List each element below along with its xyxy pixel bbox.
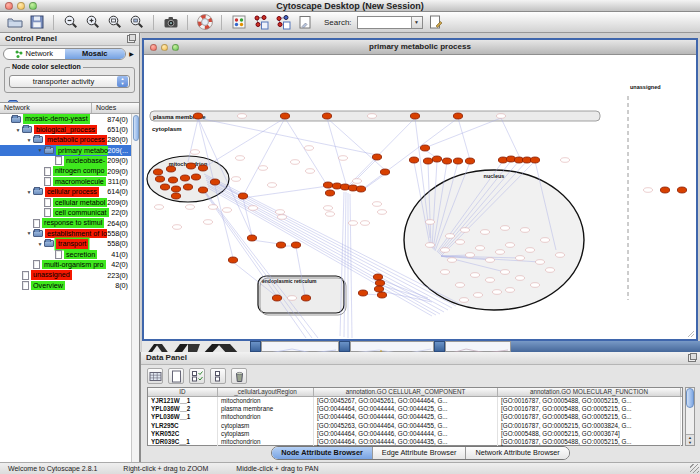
expand-arrow-icon[interactable]: ▼ bbox=[36, 147, 44, 153]
expand-arrow-icon[interactable]: ▼ bbox=[25, 137, 33, 143]
node-color-dropdown[interactable]: transporter activity ▲▼ bbox=[9, 75, 130, 88]
tree-row[interactable]: ▼primary metabo209(... bbox=[0, 145, 131, 155]
minimized-window-preview[interactable] bbox=[350, 341, 434, 352]
table-row[interactable]: YPL036W__1mitochondrion[GO:0044464, GO:0… bbox=[148, 413, 682, 421]
graph-node[interactable] bbox=[160, 184, 169, 190]
graph-node[interactable] bbox=[356, 186, 365, 192]
graph-node[interactable] bbox=[198, 187, 207, 193]
tree-row[interactable]: cell communicat22(0) bbox=[0, 208, 131, 218]
window-resize-grip[interactable] bbox=[690, 464, 699, 473]
table-scrollbar-thumb[interactable] bbox=[686, 388, 694, 408]
graph-node[interactable] bbox=[247, 235, 256, 241]
select-attributes-icon[interactable] bbox=[189, 368, 205, 384]
tree-row[interactable]: response to stimul264(0) bbox=[0, 218, 131, 228]
graph-node[interactable] bbox=[375, 280, 384, 286]
table-column-header[interactable]: annotation.GO CELLULAR_COMPONENT bbox=[314, 388, 498, 396]
tree-row[interactable]: ▼cellular process614(0) bbox=[0, 187, 131, 197]
tab-overflow-icon[interactable]: ▶ bbox=[127, 50, 136, 57]
tree-row[interactable]: multi-organism pro42(0) bbox=[0, 259, 131, 269]
graph-node[interactable] bbox=[323, 182, 332, 188]
search-input[interactable]: ▼ bbox=[357, 16, 423, 29]
tree-row[interactable]: mosaic-demo-yeast874(0) bbox=[0, 114, 131, 124]
table-row[interactable]: YDR039C__1mitochondrion[GO:0044464, GO:0… bbox=[148, 438, 682, 446]
graph-node[interactable] bbox=[191, 174, 200, 180]
graph-node[interactable] bbox=[453, 158, 462, 164]
tree-row[interactable]: secretion41(0) bbox=[0, 249, 131, 259]
table-row[interactable]: YLR295Ccytoplasm[GO:0045263, GO:0044464,… bbox=[148, 422, 682, 430]
table-row[interactable]: YJR121W__1mitochondrion[GO:0045267, GO:0… bbox=[148, 397, 682, 405]
minimized-window-titlebar[interactable] bbox=[434, 341, 445, 352]
attribute-table[interactable]: ID_cellularLayoutRegionannotation.GO CEL… bbox=[147, 387, 683, 446]
tree-row[interactable]: nitrogen compo209(0) bbox=[0, 166, 131, 176]
minimized-window-preview[interactable] bbox=[261, 341, 339, 352]
minimized-window-preview[interactable] bbox=[445, 341, 511, 352]
graph-node[interactable] bbox=[374, 286, 383, 292]
graph-node[interactable] bbox=[453, 113, 462, 119]
zoom-selected-icon[interactable] bbox=[106, 14, 123, 31]
minimized-window-titlebar[interactable] bbox=[511, 341, 700, 352]
graph-node[interactable] bbox=[280, 113, 289, 119]
graph-node[interactable] bbox=[272, 295, 281, 301]
zoom-fit-icon[interactable] bbox=[128, 14, 145, 31]
graph-node[interactable] bbox=[238, 193, 247, 199]
chevron-down-icon[interactable]: ▼ bbox=[411, 17, 422, 28]
table-row[interactable]: YKR052Ccytoplasm[GO:0044464, GO:0044446,… bbox=[148, 430, 682, 438]
attribute-page-icon[interactable] bbox=[296, 14, 313, 31]
zoom-in-icon[interactable] bbox=[84, 14, 101, 31]
tree-row[interactable]: Overview8(0) bbox=[0, 280, 131, 290]
delete-attribute-icon[interactable] bbox=[231, 368, 247, 384]
graph-node[interactable] bbox=[530, 157, 539, 163]
float-panel-icon[interactable] bbox=[688, 354, 696, 362]
network-canvas[interactable]: plasma membrane cytoplasm mitochondrion … bbox=[144, 55, 696, 339]
graph-node[interactable] bbox=[153, 169, 162, 175]
table-column-header[interactable]: ID bbox=[148, 388, 218, 396]
select-network-icon[interactable] bbox=[252, 14, 269, 31]
tree-row[interactable]: ▼metabolic process280(0) bbox=[0, 135, 131, 145]
graph-node[interactable] bbox=[166, 166, 175, 172]
tab-network-attribute-browser[interactable]: Network Attribute Browser bbox=[466, 447, 568, 459]
graph-node[interactable] bbox=[180, 175, 189, 181]
vizmapper-icon[interactable] bbox=[230, 14, 247, 31]
expand-arrow-icon[interactable]: ▼ bbox=[25, 189, 33, 195]
tree-row[interactable]: ▼establishment of lo558(0) bbox=[0, 228, 131, 238]
graph-node[interactable] bbox=[372, 154, 381, 160]
graph-node[interactable] bbox=[291, 242, 300, 248]
network-window-titlebar[interactable]: primary metabolic process bbox=[144, 40, 696, 55]
help-icon[interactable] bbox=[196, 14, 213, 31]
graph-node[interactable] bbox=[198, 165, 207, 171]
graph-node[interactable] bbox=[168, 177, 177, 183]
graph-node[interactable] bbox=[432, 156, 441, 162]
tree-row[interactable]: ▼transport558(0) bbox=[0, 239, 131, 249]
table-column-header[interactable]: annotation.GO MOLECULAR_FUNCTION bbox=[498, 388, 681, 396]
minimized-window-titlebar[interactable] bbox=[339, 341, 350, 352]
minimized-window-titlebar[interactable] bbox=[250, 341, 261, 352]
stepper-arrows-icon[interactable]: ▲▼ bbox=[117, 76, 128, 87]
snapshot-icon[interactable] bbox=[162, 14, 179, 31]
overview-window-fragment[interactable] bbox=[142, 341, 250, 352]
graph-node[interactable] bbox=[442, 158, 451, 164]
graph-node[interactable] bbox=[420, 145, 429, 151]
tab-network[interactable]: Network bbox=[4, 49, 65, 59]
zoom-out-icon[interactable] bbox=[62, 14, 79, 31]
tab-node-attribute-browser[interactable]: Node Attribute Browser bbox=[272, 447, 373, 459]
table-scrollbar[interactable]: ▲▼ bbox=[685, 387, 695, 446]
graph-node[interactable] bbox=[228, 257, 237, 263]
graph-node[interactable] bbox=[409, 157, 418, 163]
graph-node[interactable] bbox=[322, 113, 331, 119]
graph-node[interactable] bbox=[301, 295, 310, 301]
graph-node[interactable] bbox=[465, 158, 474, 164]
canvas-resize-grip[interactable] bbox=[688, 331, 694, 337]
graph-node[interactable] bbox=[276, 242, 285, 248]
attribute-select-icon[interactable] bbox=[147, 368, 163, 384]
graph-node[interactable] bbox=[210, 179, 219, 185]
table-row[interactable]: YPL036W__2plasma membrane[GO:0044464, GO… bbox=[148, 405, 682, 413]
tree-row[interactable]: macromolecule311(0) bbox=[0, 176, 131, 186]
graph-node[interactable] bbox=[377, 292, 386, 298]
graph-node[interactable] bbox=[358, 290, 367, 296]
graph-node[interactable] bbox=[171, 186, 180, 192]
expand-arrow-icon[interactable]: ▼ bbox=[14, 127, 22, 133]
tree-row[interactable]: nucleobase-209(0) bbox=[0, 156, 131, 166]
annotation-icon[interactable] bbox=[428, 14, 445, 31]
tab-edge-attribute-browser[interactable]: Edge Attribute Browser bbox=[373, 447, 467, 459]
tab-mosaic[interactable]: Mosaic bbox=[65, 49, 126, 59]
